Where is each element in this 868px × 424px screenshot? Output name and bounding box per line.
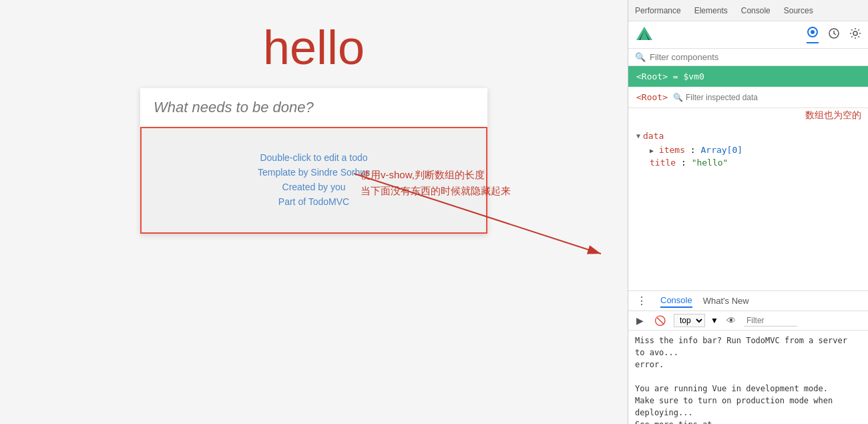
filter-inspected-bar: 🔍 [673,93,786,102]
app-title: hello [0,0,628,88]
console-messages: Miss the info bar? Run TodoMVC from a se… [628,331,868,424]
items-row: ▶ items : Array[0] [636,144,860,156]
devtools-icon-group [807,26,861,43]
console-msg-spacer [635,371,861,383]
annotation-text: 使用v-show,判断数组的长度 当下面没有东西的时候就隐藏起来 [361,167,511,199]
data-tree: ▼ data ▶ items : Array[0] title : "hello… [628,123,868,174]
eye-icon[interactable]: 👁 [724,314,738,327]
inspected-component-name: <Root> [636,92,668,102]
tab-console-bottom[interactable]: Console [660,294,692,308]
todo-link-1[interactable]: Double-click to edit a todo [155,152,473,163]
annotation-line2: 当下面没有东西的时候就隐藏起来 [361,183,511,199]
title-colon: : [681,158,692,168]
inspector-section: <Root> 🔍 数组也为空的 ▼ data ▶ items : Array[0… [628,87,868,290]
inspector-header: <Root> 🔍 [628,87,868,108]
console-msg-2: error. [635,359,861,371]
todo-input[interactable] [140,88,487,127]
filter-inspected-input[interactable] [686,93,786,102]
tab-performance[interactable]: Performance [634,3,682,18]
console-msg-5: See more tips at https://vuejs.org/guide… [635,419,861,424]
devtools-annotation-note: 数组也为空的 [628,108,868,123]
dots-menu[interactable]: ⋮ [634,294,650,307]
console-msg-3: You are running Vue in development mode. [635,383,861,395]
context-selector[interactable]: top [674,314,705,327]
tab-whats-new[interactable]: What's New [703,294,749,307]
root-component-row[interactable]: <Root> = $vm0 [628,66,868,87]
console-msg-1: Miss the info bar? Run TodoMVC from a se… [635,335,861,359]
history-icon[interactable] [828,27,840,42]
devtools-top-tabs: Performance Elements Console Sources [628,0,868,21]
console-msg-4: Make sure to turn on production mode whe… [635,395,861,419]
vue-logo-icon [635,25,654,44]
svg-point-6 [811,30,815,34]
title-value: "hello" [692,158,728,168]
console-run-btn[interactable]: ▶ [634,314,646,327]
items-key: items [659,145,685,155]
tab-console[interactable]: Console [740,3,772,18]
title-row: title : "hello" [636,156,860,169]
console-filter-input[interactable] [744,315,797,327]
settings-icon[interactable] [849,27,861,42]
title-key: title [650,158,676,168]
filter-inspected-icon: 🔍 [673,93,683,102]
data-label: data [643,131,664,141]
data-section: ▼ data [636,128,860,144]
vue-devtools-header [628,21,868,49]
console-toolbar: ▶ 🚫 top ▼ 👁 [628,311,868,331]
expand-triangle[interactable]: ▼ [636,132,640,140]
tab-elements[interactable]: Elements [693,3,729,18]
annotation-line1: 使用v-show,判断数组的长度 [361,167,511,183]
app-area: hello Double-click to edit a todo Templa… [0,0,628,424]
items-colon: : [690,145,701,155]
todo-container: Double-click to edit a todo Template by … [140,88,487,234]
dropdown-arrow-icon: ▼ [710,316,718,325]
search-icon: 🔍 [635,52,646,62]
items-value: Array[0] [700,145,742,155]
console-section: ⋮ Console What's New ▶ 🚫 top ▼ 👁 Miss th… [628,290,868,424]
devtools-panel: Performance Elements Console Sources [628,0,868,424]
filter-components-bar: 🔍 [628,49,868,66]
console-tabs: ⋮ Console What's New [628,291,868,311]
tab-sources[interactable]: Sources [783,3,815,18]
component-inspector-icon[interactable] [807,26,819,43]
svg-point-8 [853,31,857,35]
filter-components-input[interactable] [650,52,861,62]
console-clear-btn[interactable]: 🚫 [652,314,668,327]
items-expand[interactable]: ▶ [650,147,654,154]
